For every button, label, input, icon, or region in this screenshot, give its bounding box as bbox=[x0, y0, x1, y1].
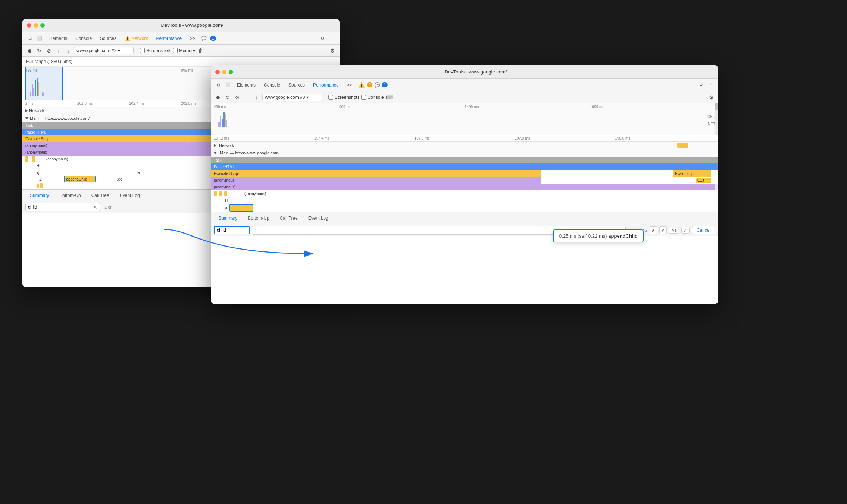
device-icon-2[interactable]: ⬜ bbox=[224, 81, 232, 90]
search-input-2[interactable] bbox=[217, 228, 247, 233]
chat-icon-1[interactable]: 💬 bbox=[200, 34, 209, 43]
search-regex-btn-2[interactable]: .* bbox=[681, 227, 689, 234]
search-next-btn-2[interactable]: ∨ bbox=[659, 226, 667, 234]
close-button-2[interactable] bbox=[215, 70, 220, 74]
flame-chart-2: Network Main — https://www.google.com/ T… bbox=[211, 142, 718, 212]
tab-bottomup-2[interactable]: Bottom-Up bbox=[243, 214, 274, 222]
url-dropdown-2[interactable]: www.google.com #3 ▾ bbox=[262, 94, 322, 101]
network-row-2[interactable]: Network bbox=[211, 142, 718, 149]
tab-elements-2[interactable]: Elements bbox=[233, 81, 259, 89]
close-button-1[interactable] bbox=[27, 23, 31, 28]
maximize-button-1[interactable] bbox=[40, 23, 45, 28]
title-bar-2: DevTools - www.google.com/ bbox=[211, 65, 718, 79]
search-aa-btn-2[interactable]: Aa bbox=[669, 227, 679, 234]
tab-calltree-1[interactable]: Call Tree bbox=[87, 191, 114, 200]
appendchild-bar-2[interactable] bbox=[230, 205, 253, 211]
scrollbar-2[interactable] bbox=[715, 103, 718, 135]
tab-more-2[interactable]: >> bbox=[343, 81, 356, 89]
maximize-button-2[interactable] bbox=[229, 70, 233, 74]
url-dropdown-1[interactable]: www.google.com #2 ▾ bbox=[74, 47, 134, 54]
cpu-label: CPU bbox=[707, 115, 715, 119]
cancel-btn-2[interactable]: Cancel bbox=[692, 226, 715, 234]
highlight-border-2 bbox=[229, 204, 253, 212]
search-prev-btn-2[interactable]: ∧ bbox=[650, 226, 657, 234]
more-icon-1[interactable]: ⋮ bbox=[328, 34, 337, 43]
tab-sources-2[interactable]: Sources bbox=[285, 81, 309, 89]
screenshots-checkbox-1[interactable]: Screenshots bbox=[140, 48, 171, 53]
import-btn-1[interactable]: ↑ bbox=[54, 47, 63, 55]
title-bar-1: DevTools - www.google.com/ bbox=[22, 19, 340, 32]
main-row-2[interactable]: Main — https://www.google.com/ bbox=[211, 149, 718, 157]
minimize-button-2[interactable] bbox=[222, 70, 226, 74]
main-triangle-1 bbox=[25, 117, 28, 119]
reload-btn-2[interactable]: ↻ bbox=[224, 93, 232, 101]
settings-btn-2[interactable]: ⚙ bbox=[707, 93, 715, 101]
record-btn-2[interactable]: ⏺ bbox=[214, 93, 222, 101]
sub-anon-row-2: (anonymous) bbox=[211, 190, 718, 197]
perf-icon-2[interactable]: ⌨ bbox=[385, 93, 394, 101]
appendchild-row-2[interactable]: a bbox=[211, 204, 718, 212]
timeline-overview-2[interactable]: 499 ms 999 ms 1499 ms 1999 ms CPU NET bbox=[211, 103, 718, 135]
network-triangle-1 bbox=[25, 109, 28, 112]
search-clear-1[interactable]: ✕ bbox=[93, 204, 97, 210]
tab-summary-1[interactable]: Summary bbox=[25, 191, 53, 200]
scrollbar-thumb-2[interactable] bbox=[715, 103, 718, 110]
devtools-window-2: DevTools - www.google.com/ ⊡ ⬜ Elements … bbox=[211, 65, 718, 304]
warning-icon-2: ⚠️ bbox=[358, 82, 365, 88]
memory-checkbox-1[interactable]: Memory bbox=[173, 48, 195, 53]
clear-btn-2[interactable]: ⊘ bbox=[233, 93, 241, 101]
window-title-1: DevTools - www.google.com/ bbox=[49, 22, 335, 28]
device-icon[interactable]: ⬜ bbox=[35, 34, 44, 43]
ruler-202-3: 202.3 ms bbox=[77, 101, 129, 106]
tab-summary-2[interactable]: Summary bbox=[214, 214, 242, 222]
appendchild-bar-1[interactable]: appendChild bbox=[65, 176, 95, 182]
search-input-1[interactable] bbox=[28, 204, 91, 210]
hj-row-2: Hj bbox=[211, 197, 718, 204]
badge-warnings-2: 2 bbox=[367, 82, 373, 87]
task-row-2: Task bbox=[211, 157, 718, 163]
tab-more-1[interactable]: >> bbox=[186, 34, 199, 43]
settings-btn-1[interactable]: ⚙ bbox=[328, 47, 337, 55]
inspect-icon-2[interactable]: ⊡ bbox=[214, 81, 223, 90]
toolbar-2: ⏺ ↻ ⊘ ↑ ↓ www.google.com #3 ▾ Screenshot… bbox=[211, 91, 718, 103]
tooltip-time: 0.25 ms (self 0.22 ms) bbox=[559, 233, 607, 239]
memory-checkbox-2[interactable]: Console bbox=[361, 95, 384, 100]
net-label: NET bbox=[708, 122, 715, 126]
inspect-icon[interactable]: ⊡ bbox=[25, 34, 34, 43]
network-triangle-2 bbox=[214, 144, 216, 147]
clear-btn-1[interactable]: ⊘ bbox=[45, 47, 53, 55]
import-btn-2[interactable]: ↑ bbox=[243, 93, 251, 101]
anon-row-2a: (anonymous) C...t bbox=[211, 177, 718, 184]
settings-icon-2[interactable]: ⚙ bbox=[697, 81, 706, 90]
reload-btn-1[interactable]: ↻ bbox=[35, 47, 43, 55]
tooltip-name: appendChild bbox=[608, 233, 638, 239]
selection-1[interactable] bbox=[25, 67, 63, 100]
badge-count-2: 1 bbox=[382, 82, 388, 87]
parse-html-row-2: Parse HTML bbox=[211, 163, 718, 170]
export-btn-2[interactable]: ↓ bbox=[253, 93, 261, 101]
badge-1: 1 bbox=[210, 36, 216, 41]
tab-bottomup-1[interactable]: Bottom-Up bbox=[55, 191, 85, 200]
tab-elements-1[interactable]: Elements bbox=[45, 34, 71, 43]
search-input-wrap-1[interactable]: ✕ bbox=[25, 203, 100, 211]
record-btn-1[interactable]: ⏺ bbox=[25, 47, 34, 55]
tab-console-1[interactable]: Console bbox=[72, 34, 96, 43]
tab-eventlog-1[interactable]: Event Log bbox=[115, 191, 144, 200]
tab-sources-1[interactable]: Sources bbox=[96, 34, 120, 43]
screenshots-checkbox-2[interactable]: Screenshots bbox=[328, 95, 360, 100]
trash-btn-1[interactable]: 🗑 bbox=[197, 47, 205, 55]
tab-eventlog-2[interactable]: Event Log bbox=[304, 214, 333, 222]
tab-console-2[interactable]: Console bbox=[260, 81, 284, 89]
tooltip-box: 0.25 ms (self 0.22 ms) appendChild bbox=[553, 229, 644, 242]
bottom-tabs-2: Summary Bottom-Up Call Tree Event Log bbox=[211, 212, 718, 224]
export-btn-1[interactable]: ↓ bbox=[64, 47, 72, 55]
settings-icon-1[interactable]: ⚙ bbox=[318, 34, 327, 43]
more-icon-2[interactable]: ⋮ bbox=[706, 81, 715, 90]
divider-1 bbox=[137, 48, 137, 54]
tab-performance-2[interactable]: Performance bbox=[309, 81, 343, 89]
minimize-button-1[interactable] bbox=[34, 23, 38, 28]
tab-performance-1[interactable]: Performance bbox=[152, 34, 185, 43]
search-input-wrap-2[interactable] bbox=[214, 226, 250, 234]
tab-calltree-2[interactable]: Call Tree bbox=[275, 214, 302, 222]
tab-network-1[interactable]: ⚠️ Network bbox=[121, 34, 151, 43]
